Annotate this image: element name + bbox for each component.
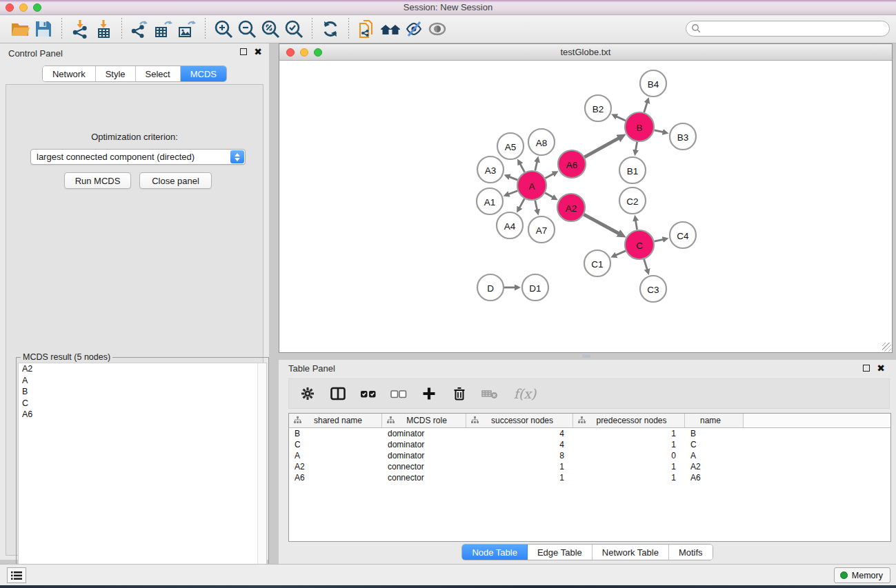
zoom-selected-icon[interactable] xyxy=(282,18,306,40)
graph-node-A[interactable]: A xyxy=(517,171,546,200)
result-list-scrollbar[interactable] xyxy=(257,363,266,588)
graph-edge-A-A2[interactable] xyxy=(545,193,553,198)
graph-edge-C-C4[interactable] xyxy=(655,239,664,241)
graph-edge-C-C2[interactable] xyxy=(636,221,637,230)
graph-edge-A-A1[interactable] xyxy=(508,191,517,194)
table-cell[interactable]: 1 xyxy=(466,473,573,483)
memory-button[interactable]: Memory xyxy=(834,567,890,583)
column-header-name[interactable]: name xyxy=(685,414,744,427)
tab-network[interactable]: Network xyxy=(43,66,96,81)
import-network-icon[interactable] xyxy=(68,18,92,40)
zoom-fit-icon[interactable] xyxy=(259,18,282,40)
graph-node-A7[interactable]: A7 xyxy=(528,216,555,243)
float-table-panel-icon[interactable] xyxy=(863,365,870,372)
hide-graphics-details-icon[interactable] xyxy=(402,18,426,40)
export-image-icon[interactable] xyxy=(175,18,199,40)
graph-node-C2[interactable]: C2 xyxy=(619,187,646,214)
mcds-result-item[interactable]: A xyxy=(19,375,266,387)
table-cell[interactable]: 1 xyxy=(573,440,685,449)
table-cell[interactable]: A2 xyxy=(289,462,382,472)
graph-edge-A-A7[interactable] xyxy=(535,201,537,210)
open-session-icon[interactable] xyxy=(8,18,32,40)
table-cell[interactable]: 4 xyxy=(466,440,573,449)
graph-edge-A-A8[interactable] xyxy=(535,161,537,170)
tab-network-table[interactable]: Network Table xyxy=(593,545,669,560)
table-cell[interactable]: dominator xyxy=(382,440,466,449)
criterion-select[interactable]: largest connected component (directed) xyxy=(30,149,246,165)
search-field[interactable] xyxy=(686,21,890,37)
table-cell[interactable]: dominator xyxy=(382,451,466,460)
table-cell[interactable]: 0 xyxy=(573,451,685,460)
show-graphics-details-icon[interactable] xyxy=(426,18,449,40)
tab-node-table[interactable]: Node Table xyxy=(462,545,528,560)
graph-node-A1[interactable]: A1 xyxy=(477,188,503,214)
mcds-result-item[interactable]: A6 xyxy=(19,409,266,420)
table-cell[interactable]: B xyxy=(289,429,382,438)
graph-edge-A6-B[interactable] xyxy=(584,138,619,157)
column-header-successor-nodes[interactable]: successor nodes xyxy=(466,414,573,427)
graph-edge-C-C1[interactable] xyxy=(616,251,626,255)
window-resize-grip[interactable] xyxy=(882,343,891,352)
network-hscroll-thumb[interactable] xyxy=(582,354,590,358)
graph-edge-C-C3[interactable] xyxy=(644,259,648,270)
mcds-result-item[interactable]: A2 xyxy=(19,363,266,375)
mcds-result-item[interactable]: B xyxy=(19,386,266,398)
table-row[interactable]: Adominator80A xyxy=(289,450,890,461)
table-cell[interactable]: connector xyxy=(382,473,466,483)
close-panel-button[interactable]: Close panel xyxy=(139,172,212,189)
column-header-MCDS-role[interactable]: MCDS role xyxy=(382,414,466,427)
tab-motifs[interactable]: Motifs xyxy=(669,545,713,560)
select-all-icon[interactable] xyxy=(357,382,380,405)
table-row[interactable]: A6connector11A6 xyxy=(289,472,890,483)
table-cell[interactable]: A xyxy=(685,451,744,460)
table-cell[interactable]: A xyxy=(289,451,382,460)
zoom-out-icon[interactable] xyxy=(235,18,259,40)
table-cell[interactable]: C xyxy=(685,440,744,449)
graph-edge-A-A6[interactable] xyxy=(545,174,553,179)
function-builder-icon[interactable]: f(x) xyxy=(508,382,541,405)
graph-node-A6[interactable]: A6 xyxy=(558,150,586,178)
table-cell[interactable]: C xyxy=(289,440,382,449)
table-cell[interactable]: 1 xyxy=(466,462,573,472)
table-cell[interactable]: 1 xyxy=(573,429,685,438)
zoom-in-icon[interactable] xyxy=(212,18,235,40)
network-window-titlebar[interactable]: testGlobe.txt xyxy=(279,44,892,61)
table-cell[interactable]: connector xyxy=(382,462,466,472)
graph-node-A8[interactable]: A8 xyxy=(528,129,555,155)
export-network-icon[interactable] xyxy=(128,18,152,40)
graph-node-C3[interactable]: C3 xyxy=(640,276,666,302)
tab-style[interactable]: Style xyxy=(96,66,136,81)
import-table-icon[interactable] xyxy=(92,18,115,40)
delete-table-icon[interactable] xyxy=(478,382,501,405)
table-cell[interactable]: dominator xyxy=(382,429,466,438)
column-header-shared-name[interactable]: shared name xyxy=(289,414,382,427)
mcds-result-item[interactable]: C xyxy=(19,398,266,409)
gear-icon[interactable] xyxy=(296,382,319,405)
tab-edge-table[interactable]: Edge Table xyxy=(528,545,593,560)
graph-node-A3[interactable]: A3 xyxy=(477,156,504,183)
graph-node-C[interactable]: C xyxy=(625,230,654,259)
tab-select[interactable]: Select xyxy=(136,66,181,81)
export-table-icon[interactable] xyxy=(152,18,175,40)
tab-mcds[interactable]: MCDS xyxy=(181,66,226,81)
graph-node-C1[interactable]: C1 xyxy=(584,250,610,276)
graph-node-A5[interactable]: A5 xyxy=(497,133,524,159)
float-panel-icon[interactable] xyxy=(240,48,247,55)
graph-node-B3[interactable]: B3 xyxy=(670,123,696,150)
graph-edge-B-B1[interactable] xyxy=(636,142,637,151)
graph-node-A2[interactable]: A2 xyxy=(557,194,585,221)
graph-node-B[interactable]: B xyxy=(625,112,654,141)
split-panel-icon[interactable] xyxy=(326,382,350,405)
graph-edge-A-A5[interactable] xyxy=(520,164,525,172)
table-cell[interactable]: 4 xyxy=(466,429,573,438)
table-row[interactable]: Bdominator41B xyxy=(289,428,890,439)
graph-edge-B-B2[interactable] xyxy=(616,116,626,121)
table-cell[interactable]: 1 xyxy=(573,462,685,472)
close-table-panel-icon[interactable]: ✖ xyxy=(877,365,885,372)
graph-edge-B-B4[interactable] xyxy=(644,103,648,112)
save-session-icon[interactable] xyxy=(32,18,55,40)
add-column-icon[interactable] xyxy=(417,382,441,405)
graph-node-C4[interactable]: C4 xyxy=(670,222,696,248)
graph-edge-B-B3[interactable] xyxy=(655,130,664,132)
graph-node-B4[interactable]: B4 xyxy=(640,70,666,97)
